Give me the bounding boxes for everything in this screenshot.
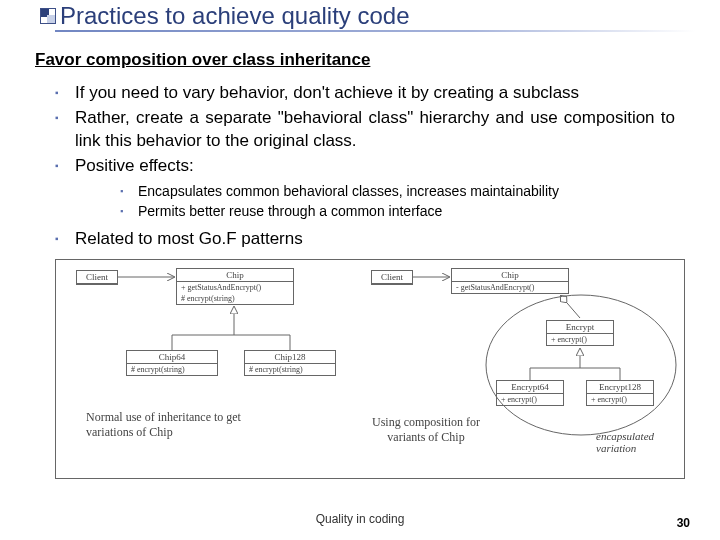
main-bullets: If you need to vary behavior, don't achi…: [55, 82, 675, 251]
page-number: 30: [677, 516, 690, 530]
slide-header: Practices to achieve quality code: [0, 0, 720, 42]
uml-diagram: Client Chip + getStatusAndEncrypt() # en…: [55, 259, 685, 479]
right-client-box: Client: [371, 270, 413, 285]
left-chip64-box: Chip64 # encrypt(string): [126, 350, 218, 376]
slide-subtitle: Favor composition over class inheritance: [35, 50, 720, 70]
svg-point-13: [486, 295, 676, 435]
bullet-4: Related to most Go.F patterns: [55, 228, 675, 251]
right-encrypt128-box: Encrypt128 + encrypt(): [586, 380, 654, 406]
encapsulated-label: encapsulated variation: [596, 430, 676, 454]
right-chip-box: Chip - getStatusAndEncrypt(): [451, 268, 569, 294]
left-chip-box: Chip + getStatusAndEncrypt() # encrypt(s…: [176, 268, 294, 305]
right-encrypt64-box: Encrypt64 + encrypt(): [496, 380, 564, 406]
left-chip128-box: Chip128 # encrypt(string): [244, 350, 336, 376]
slide-footer: Quality in coding 30: [0, 512, 720, 530]
slide-title: Practices to achieve quality code: [60, 2, 410, 30]
sub-bullet-1: Encapsulates common behavioral classes, …: [120, 182, 675, 202]
header-bullet-icon: [40, 8, 56, 24]
svg-line-7: [561, 296, 580, 318]
sub-bullet-2: Permits better reuse through a common in…: [120, 202, 675, 222]
left-caption: Normal use of inheritance to get variati…: [86, 410, 256, 440]
bullet-2: Rather, create a separate "behavioral cl…: [55, 107, 675, 153]
right-encrypt-box: Encrypt + encrypt(): [546, 320, 614, 346]
left-client-box: Client: [76, 270, 118, 285]
right-caption: Using composition for variants of Chip: [356, 415, 496, 445]
footer-center: Quality in coding: [0, 512, 720, 526]
sub-bullets: Encapsulates common behavioral classes, …: [120, 182, 675, 222]
bullet-1: If you need to vary behavior, don't achi…: [55, 82, 675, 105]
header-underline: [55, 30, 695, 32]
bullet-3: Positive effects: Encapsulates common be…: [55, 155, 675, 222]
